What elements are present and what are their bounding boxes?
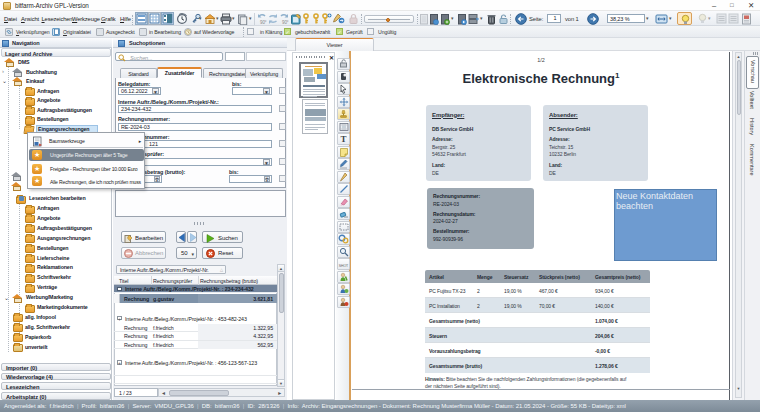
svg-text:90°: 90° [282, 20, 289, 25]
svg-text:90°: 90° [260, 20, 267, 25]
